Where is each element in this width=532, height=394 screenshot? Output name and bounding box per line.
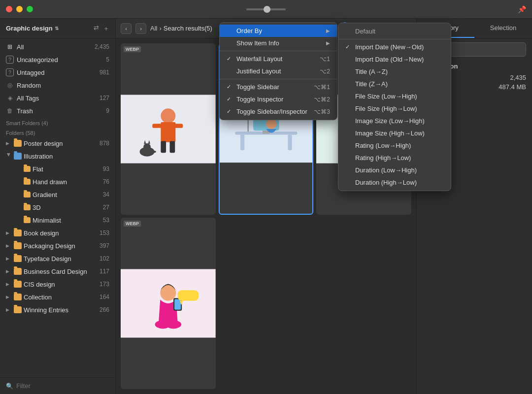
menu-check-toggle-inspector: ✓: [227, 96, 233, 102]
menu-item-toggle-inspector[interactable]: ✓ Toggle Inspector ⌥⌘2: [220, 93, 337, 105]
submenu-item-file-size-low[interactable]: File Size (Low→High): [338, 90, 451, 102]
context-menu-overlay: Order By ▶ Default ✓ Import Date (New→Ol…: [0, 0, 532, 394]
context-menu: Order By ▶ Default ✓ Import Date (New→Ol…: [219, 22, 337, 120]
menu-check-toggle-sidebar-inspector: ✓: [227, 108, 233, 115]
submenu-item-rating-low[interactable]: Rating (Low→High): [338, 139, 451, 152]
menu-item-order-by[interactable]: Order By ▶ Default ✓ Import Date (New→Ol…: [220, 25, 337, 37]
menu-shortcut-toggle-inspector: ⌥⌘2: [314, 96, 330, 103]
submenu-label-duration-low: Duration (Low→High): [355, 166, 417, 174]
submenu-item-title-az[interactable]: Title (A→Z): [338, 66, 451, 78]
menu-separator-2: [220, 79, 337, 79]
submenu-label-import-date-new: Import Date (New→Old): [355, 43, 424, 51]
submenu-label-image-size-high: Image Size (High→Low): [355, 130, 425, 137]
submenu-label-import-date-old: Import Date (Old→New): [355, 56, 424, 63]
submenu-arrow-order-by: ▶: [326, 28, 330, 33]
submenu-item-import-date-new[interactable]: ✓ Import Date (New→Old): [338, 41, 451, 53]
submenu-item-file-size-high[interactable]: File Size (High→Low): [338, 102, 451, 115]
submenu-item-image-size-high[interactable]: Image Size (High→Low): [338, 127, 451, 139]
submenu-label-file-size-high: File Size (High→Low): [355, 105, 417, 112]
submenu-label-image-size-low: Image Size (Low→High): [355, 117, 425, 125]
submenu-order-by: Default ✓ Import Date (New→Old) Import D…: [338, 23, 451, 191]
menu-shortcut-toggle-sidebar-inspector: ⌥⌘3: [314, 108, 330, 115]
menu-item-show-item-info[interactable]: Show Item Info ▶: [220, 37, 337, 49]
menu-label-order-by: Order By: [236, 27, 323, 34]
menu-label-show-item-info: Show Item Info: [236, 39, 323, 47]
menu-item-toggle-sidebar-inspector[interactable]: ✓ Toggle Sidebar/Inspector ⌥⌘3: [220, 105, 337, 118]
submenu-item-import-date-old[interactable]: Import Date (Old→New): [338, 53, 451, 66]
menu-label-toggle-sidebar-inspector: Toggle Sidebar/Inspector: [236, 108, 311, 115]
menu-shortcut-toggle-sidebar: ⌥⌘1: [314, 84, 330, 91]
menu-separator-1: [220, 51, 337, 51]
menu-shortcut-waterfall: ⌥1: [320, 56, 330, 63]
menu-label-waterfall: Waterfall Layout: [236, 55, 317, 63]
submenu-divider-1: [338, 39, 451, 39]
submenu-label-file-size-low: File Size (Low→High): [355, 93, 417, 100]
submenu-item-title-za[interactable]: Title (Z→A): [338, 78, 451, 90]
submenu-label-default: Default: [355, 28, 375, 35]
submenu-item-image-size-low[interactable]: Image Size (Low→High): [338, 115, 451, 127]
menu-item-toggle-sidebar[interactable]: ✓ Toggle Sidebar ⌥⌘1: [220, 81, 337, 93]
submenu-label-title-za: Title (Z→A): [355, 80, 388, 88]
menu-item-waterfall-layout[interactable]: ✓ Waterfall Layout ⌥1: [220, 53, 337, 65]
submenu-item-duration-low[interactable]: Duration (Low→High): [338, 164, 451, 176]
submenu-label-rating-low: Rating (Low→High): [355, 142, 411, 149]
menu-label-justified: Justified Layout: [236, 67, 317, 75]
menu-item-justified-layout[interactable]: Justified Layout ⌥2: [220, 65, 337, 77]
submenu-item-default[interactable]: Default: [338, 25, 451, 37]
submenu-label-rating-high: Rating (High→Low): [355, 154, 411, 162]
menu-label-toggle-inspector: Toggle Inspector: [236, 96, 311, 103]
submenu-arrow-show-item-info: ▶: [326, 40, 330, 46]
menu-check-waterfall: ✓: [227, 56, 233, 62]
submenu-check-import-date-new: ✓: [345, 44, 352, 50]
menu-check-toggle-sidebar: ✓: [227, 84, 233, 90]
submenu-item-duration-high[interactable]: Duration (High→Low): [338, 176, 451, 189]
submenu-item-rating-high[interactable]: Rating (High→Low): [338, 152, 451, 164]
submenu-label-title-az: Title (A→Z): [355, 68, 388, 75]
menu-label-toggle-sidebar: Toggle Sidebar: [236, 83, 311, 91]
submenu-label-duration-high: Duration (High→Low): [355, 179, 417, 186]
menu-shortcut-justified: ⌥2: [320, 68, 330, 75]
